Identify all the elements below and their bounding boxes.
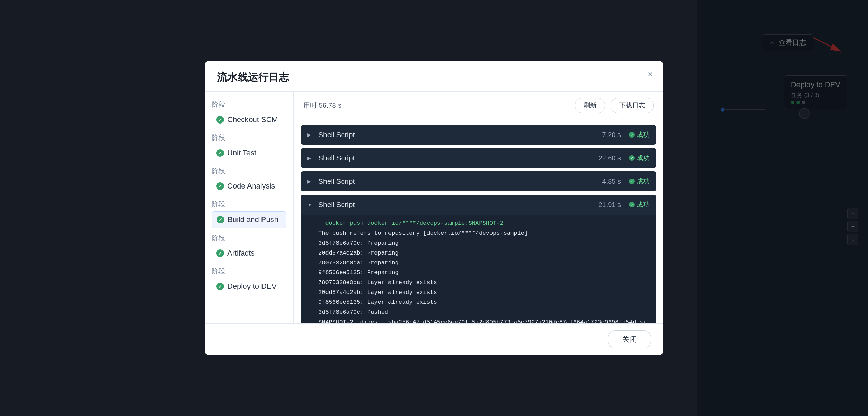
log-line-3-5: 9f8566ee5135: Preparing bbox=[318, 268, 648, 278]
log-line-3-3: 20dd87a4c2ab: Preparing bbox=[318, 248, 648, 258]
chevron-icon-0: ▶ bbox=[307, 132, 314, 138]
status-dot-0 bbox=[629, 132, 635, 138]
script-header-2[interactable]: ▶Shell Script4.85 s成功 bbox=[301, 171, 656, 191]
stage-group-checkout-scm: 阶段Checkout SCM bbox=[212, 100, 286, 128]
stage-item-artifacts[interactable]: Artifacts bbox=[212, 245, 286, 261]
stage-name-code-analysis: Code Analysis bbox=[227, 182, 275, 191]
stages-panel: 阶段Checkout SCM阶段Unit Test阶段Code Analysis… bbox=[205, 92, 294, 323]
modal-overlay: 流水线运行日志 × 阶段Checkout SCM阶段Unit Test阶段Cod… bbox=[0, 0, 868, 416]
log-panel: 用时 56.78 s 刷新 下载日志 ▶Shell Script7.20 s成功… bbox=[294, 92, 663, 323]
download-log-button[interactable]: 下载日志 bbox=[611, 98, 654, 113]
status-text-3: 成功 bbox=[637, 200, 650, 209]
stage-group-deploy-to-dev: 阶段Deploy to DEV bbox=[212, 266, 286, 294]
stage-section-label-deploy-to-dev: 阶段 bbox=[212, 266, 286, 276]
modal-close-x-button[interactable]: × bbox=[644, 68, 656, 80]
log-line-3-8: 9f8566ee5135: Layer already exists bbox=[318, 298, 648, 308]
log-line-3-2: 3d5f78e6a79c: Preparing bbox=[318, 238, 648, 248]
stage-section-label-checkout-scm: 阶段 bbox=[212, 100, 286, 109]
stage-success-icon-artifacts bbox=[216, 249, 224, 257]
script-time-0: 7.20 s bbox=[602, 131, 621, 139]
script-name-1: Shell Script bbox=[318, 154, 594, 162]
stage-item-code-analysis[interactable]: Code Analysis bbox=[212, 178, 286, 194]
log-duration: 用时 56.78 s bbox=[303, 101, 570, 110]
script-header-3[interactable]: ▼Shell Script21.91 s成功 bbox=[301, 195, 656, 214]
script-block-0: ▶Shell Script7.20 s成功 bbox=[301, 125, 656, 145]
stage-section-label-unit-test: 阶段 bbox=[212, 133, 286, 142]
stage-success-icon-checkout-scm bbox=[216, 116, 224, 124]
script-block-1: ▶Shell Script22.60 s成功 bbox=[301, 148, 656, 168]
modal-footer: 关闭 bbox=[205, 323, 663, 355]
stage-section-label-code-analysis: 阶段 bbox=[212, 166, 286, 176]
log-line-3-1: The push refers to repository [docker.io… bbox=[318, 229, 648, 238]
chevron-icon-3: ▼ bbox=[307, 202, 314, 207]
script-status-2: 成功 bbox=[629, 177, 650, 186]
stage-group-code-analysis: 阶段Code Analysis bbox=[212, 166, 286, 194]
status-text-1: 成功 bbox=[637, 154, 650, 162]
script-time-1: 22.60 s bbox=[598, 154, 621, 162]
stage-item-deploy-to-dev[interactable]: Deploy to DEV bbox=[212, 278, 286, 294]
log-toolbar: 用时 56.78 s 刷新 下载日志 bbox=[294, 92, 663, 119]
stage-group-artifacts: 阶段Artifacts bbox=[212, 233, 286, 261]
chevron-icon-1: ▶ bbox=[307, 155, 314, 161]
log-line-3-6: 78075328e0da: Layer already exists bbox=[318, 278, 648, 288]
script-log-3: + docker push docker.io/****/devops-samp… bbox=[301, 214, 656, 323]
modal-title: 流水线运行日志 bbox=[217, 70, 289, 84]
status-dot-2 bbox=[629, 179, 635, 184]
stage-group-unit-test: 阶段Unit Test bbox=[212, 133, 286, 161]
stage-name-unit-test: Unit Test bbox=[227, 148, 256, 157]
stage-name-deploy-to-dev: Deploy to DEV bbox=[227, 282, 277, 291]
stage-section-label-build-and-push: 阶段 bbox=[212, 199, 286, 209]
stage-success-icon-unit-test bbox=[216, 149, 224, 157]
script-block-3: ▼Shell Script21.91 s成功+ docker push dock… bbox=[301, 195, 656, 323]
script-block-2: ▶Shell Script4.85 s成功 bbox=[301, 171, 656, 191]
stage-group-build-and-push: 阶段Build and Push bbox=[212, 199, 286, 228]
modal-dialog: 流水线运行日志 × 阶段Checkout SCM阶段Unit Test阶段Cod… bbox=[205, 61, 663, 355]
script-status-1: 成功 bbox=[629, 154, 650, 162]
status-text-0: 成功 bbox=[637, 130, 650, 139]
script-name-2: Shell Script bbox=[318, 177, 598, 185]
stage-item-build-and-push[interactable]: Build and Push bbox=[212, 211, 286, 228]
log-line-3-9: 3d5f78e6a79c: Pushed bbox=[318, 308, 648, 317]
stage-success-icon-build-and-push bbox=[217, 216, 224, 223]
script-name-0: Shell Script bbox=[318, 131, 598, 139]
script-status-3: 成功 bbox=[629, 200, 650, 209]
stage-success-icon-deploy-to-dev bbox=[216, 283, 224, 290]
script-header-1[interactable]: ▶Shell Script22.60 s成功 bbox=[301, 148, 656, 168]
stage-name-checkout-scm: Checkout SCM bbox=[227, 115, 278, 124]
refresh-button[interactable]: 刷新 bbox=[575, 98, 605, 113]
stage-success-icon-code-analysis bbox=[216, 182, 224, 190]
log-line-3-7: 20dd87a4c2ab: Layer already exists bbox=[318, 288, 648, 298]
modal-body: 阶段Checkout SCM阶段Unit Test阶段Code Analysis… bbox=[205, 92, 663, 323]
script-list: ▶Shell Script7.20 s成功▶Shell Script22.60 … bbox=[294, 119, 663, 323]
script-header-0[interactable]: ▶Shell Script7.20 s成功 bbox=[301, 125, 656, 145]
stage-item-checkout-scm[interactable]: Checkout SCM bbox=[212, 112, 286, 128]
log-line-3-4: 78075328e0da: Preparing bbox=[318, 258, 648, 268]
status-dot-1 bbox=[629, 155, 635, 161]
script-name-3: Shell Script bbox=[318, 200, 594, 209]
script-time-2: 4.85 s bbox=[602, 178, 621, 185]
script-status-0: 成功 bbox=[629, 130, 650, 139]
script-time-3: 21.91 s bbox=[598, 201, 621, 209]
stage-name-artifacts: Artifacts bbox=[227, 249, 254, 258]
stage-section-label-artifacts: 阶段 bbox=[212, 233, 286, 243]
close-button[interactable]: 关闭 bbox=[608, 330, 651, 348]
log-line-3-0: + docker push docker.io/****/devops-samp… bbox=[318, 219, 648, 229]
modal-header: 流水线运行日志 × bbox=[205, 61, 663, 92]
chevron-icon-2: ▶ bbox=[307, 179, 314, 184]
stage-item-unit-test[interactable]: Unit Test bbox=[212, 145, 286, 161]
status-text-2: 成功 bbox=[637, 177, 650, 186]
status-dot-3 bbox=[629, 202, 635, 207]
log-line-3-10: SNAPSHOT-2: digest: sha256:47fd5145ce6ee… bbox=[318, 317, 648, 323]
stage-name-build-and-push: Build and Push bbox=[228, 215, 278, 224]
